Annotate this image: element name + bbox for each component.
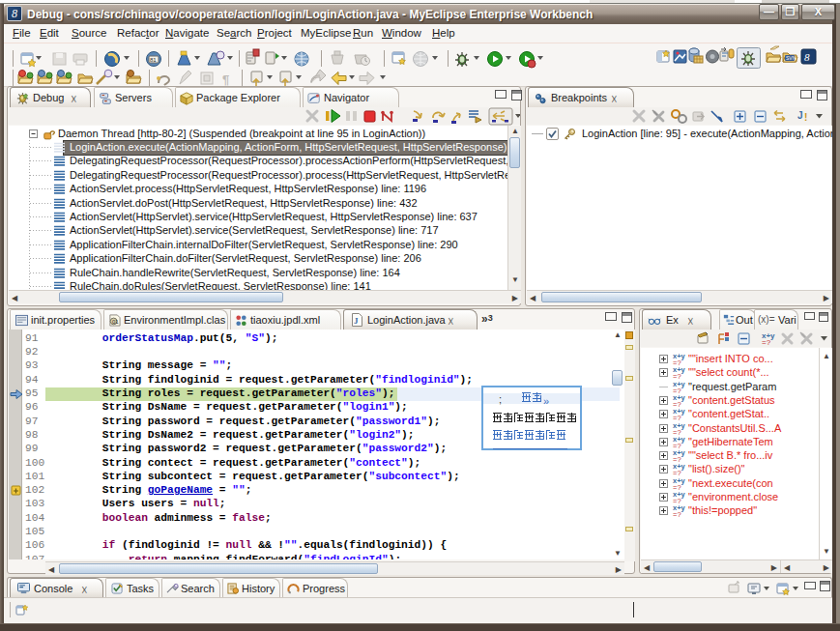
svg-text:81: 81: [150, 57, 157, 63]
svg-text:=?: =?: [673, 510, 681, 517]
svg-text:=?: =?: [673, 387, 681, 393]
svg-text:=?: =?: [673, 497, 681, 503]
svg-text:=?: =?: [762, 338, 771, 347]
svg-text:SVN: SVN: [786, 55, 797, 61]
svg-text:=?: =?: [673, 469, 681, 475]
svg-text:=?: =?: [673, 442, 681, 448]
svg-text:=?: =?: [673, 428, 681, 435]
svg-text:!: !: [804, 112, 807, 123]
svg-text:¶: ¶: [222, 72, 229, 87]
svg-text:=?: =?: [673, 400, 681, 407]
svg-text:8: 8: [804, 51, 810, 63]
svg-text:=?: =?: [673, 414, 681, 420]
svg-text:01: 01: [112, 319, 119, 325]
svg-text:=?: =?: [673, 359, 681, 365]
svg-text:J: J: [797, 110, 803, 121]
svg-text:J: J: [354, 316, 359, 326]
svg-text:=?: =?: [673, 455, 681, 462]
svg-text:=?: =?: [673, 372, 681, 379]
svg-text:=?: =?: [673, 483, 681, 490]
